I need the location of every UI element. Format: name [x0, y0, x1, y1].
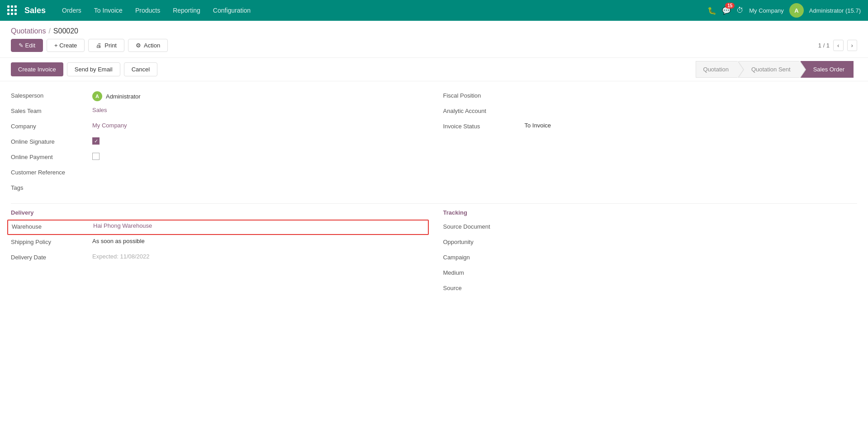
invoice-status-label: Invoice Status	[443, 122, 525, 130]
brand-label[interactable]: Sales	[24, 6, 46, 15]
online-signature-label: Online Signature	[11, 137, 92, 145]
tags-row: Tags	[11, 181, 425, 196]
breadcrumb-current: S00020	[53, 27, 78, 35]
warehouse-row: Warehouse Hai Phong Warehouse	[7, 220, 429, 235]
fiscal-position-row: Fiscal Position	[443, 89, 858, 104]
action-bar-left: ✎ Edit + Create 🖨 Print ⚙ Action	[11, 39, 168, 52]
apps-grid-icon	[7, 5, 17, 15]
tags-label: Tags	[11, 183, 92, 191]
salesperson-row: Salesperson A Administrator	[11, 89, 425, 104]
opportunity-row: Opportunity	[443, 235, 858, 250]
pagination-prev[interactable]: ‹	[833, 40, 843, 51]
nav-right-section: 🐛 💬 15 ⏱ My Company A Administrator (15.…	[707, 3, 861, 18]
warehouse-value[interactable]: Hai Phong Warehouse	[93, 222, 424, 229]
workflow-bar: Create Invoice Send by Email Cancel Quot…	[0, 57, 868, 81]
source-document-label: Source Document	[443, 222, 525, 230]
breadcrumb-separator: /	[48, 27, 50, 35]
nav-to-invoice[interactable]: To Invoice	[89, 4, 128, 17]
source-document-row: Source Document	[443, 220, 858, 235]
pagination-count: 1 / 1	[818, 42, 830, 49]
online-payment-label: Online Payment	[11, 153, 92, 160]
online-payment-checkbox[interactable]	[92, 153, 100, 160]
salesperson-avatar: A	[92, 91, 102, 101]
user-name-label: Administrator (15.7)	[809, 7, 861, 14]
customer-reference-row: Customer Reference	[11, 165, 425, 181]
source-row: Source	[443, 281, 858, 296]
delivery-date-value[interactable]: Expected: 11/08/2022	[92, 253, 425, 260]
create-button[interactable]: + Create	[47, 39, 85, 52]
status-steps: Quotation Quotation Sent Sales Order	[696, 61, 854, 78]
customer-reference-label: Customer Reference	[11, 168, 92, 176]
nav-configuration[interactable]: Configuration	[208, 4, 256, 17]
print-button[interactable]: 🖨 Print	[88, 39, 124, 52]
form-body: Salesperson A Administrator Sales Team S…	[0, 81, 868, 296]
campaign-row: Campaign	[443, 250, 858, 266]
online-signature-row: Online Signature ✓	[11, 135, 425, 150]
delivery-date-label: Delivery Date	[11, 253, 92, 261]
company-row: Company My Company	[11, 119, 425, 135]
shipping-policy-label: Shipping Policy	[11, 238, 92, 245]
company-name-label: My Company	[749, 7, 784, 14]
pagination-next[interactable]: ›	[847, 40, 857, 51]
sales-team-value[interactable]: Sales	[92, 107, 425, 113]
fiscal-position-label: Fiscal Position	[443, 91, 525, 99]
pagination-controls: 1 / 1 ‹ ›	[818, 40, 857, 51]
print-icon: 🖨	[96, 42, 102, 49]
online-signature-checkbox-value: ✓	[92, 137, 425, 145]
warehouse-label: Warehouse	[12, 222, 93, 230]
chat-badge: 15	[725, 3, 735, 9]
bug-icon[interactable]: 🐛	[707, 6, 716, 15]
breadcrumb: Quotations / S00020	[11, 27, 78, 35]
company-value[interactable]: My Company	[92, 122, 425, 129]
action-bar: ✎ Edit + Create 🖨 Print ⚙ Action 1 / 1 ‹…	[0, 39, 868, 57]
campaign-label: Campaign	[443, 253, 525, 261]
nav-orders[interactable]: Orders	[57, 4, 87, 17]
shipping-policy-value: As soon as possible	[92, 238, 425, 244]
online-signature-checkbox[interactable]: ✓	[92, 137, 100, 145]
user-avatar: A	[789, 3, 804, 18]
edit-button[interactable]: ✎ Edit	[11, 39, 43, 52]
tracking-section-title: Tracking	[443, 209, 858, 216]
action-button[interactable]: ⚙ Action	[128, 39, 168, 52]
nav-reporting[interactable]: Reporting	[167, 4, 206, 17]
section-divider-delivery	[11, 203, 857, 204]
shipping-policy-row: Shipping Policy As soon as possible	[11, 235, 425, 250]
tracking-col: Tracking Source Document Opportunity Cam…	[443, 209, 858, 296]
clock-icon[interactable]: ⏱	[736, 6, 744, 14]
medium-label: Medium	[443, 268, 525, 276]
salesperson-label: Salesperson	[11, 91, 92, 99]
delivery-section-title: Delivery	[11, 209, 425, 216]
sales-team-label: Sales Team	[11, 107, 92, 114]
send-by-email-button[interactable]: Send by Email	[67, 62, 120, 76]
top-navigation: Sales Orders To Invoice Products Reporti…	[0, 0, 868, 21]
nav-products[interactable]: Products	[130, 4, 166, 17]
delivery-tracking-section: Delivery Warehouse Hai Phong Warehouse S…	[11, 209, 857, 296]
form-left-col: Salesperson A Administrator Sales Team S…	[11, 89, 425, 196]
sales-team-row: Sales Team Sales	[11, 104, 425, 119]
opportunity-label: Opportunity	[443, 238, 525, 245]
form-right-col: Fiscal Position Analytic Account Invoice…	[443, 89, 858, 196]
step-sales-order[interactable]: Sales Order	[801, 61, 854, 78]
chat-icon[interactable]: 💬 15	[722, 6, 731, 15]
analytic-account-label: Analytic Account	[443, 107, 525, 114]
salesperson-value: A Administrator	[92, 91, 425, 101]
online-payment-row: Online Payment	[11, 150, 425, 165]
step-quotation-sent[interactable]: Quotation Sent	[739, 61, 800, 78]
breadcrumb-bar: Quotations / S00020	[0, 21, 868, 39]
online-payment-checkbox-value	[92, 153, 425, 160]
delivery-date-row: Delivery Date Expected: 11/08/2022	[11, 250, 425, 266]
main-form-section: Salesperson A Administrator Sales Team S…	[11, 89, 857, 196]
step-quotation[interactable]: Quotation	[696, 61, 738, 78]
workflow-actions: Create Invoice Send by Email Cancel	[11, 58, 157, 81]
medium-row: Medium	[443, 266, 858, 281]
main-nav-menu: Orders To Invoice Products Reporting Con…	[57, 4, 707, 17]
gear-icon: ⚙	[136, 42, 141, 49]
invoice-status-value: To Invoice	[525, 122, 858, 129]
breadcrumb-parent[interactable]: Quotations	[11, 27, 46, 35]
create-invoice-button[interactable]: Create Invoice	[11, 62, 63, 76]
cancel-button[interactable]: Cancel	[124, 62, 157, 76]
apps-menu-button[interactable]	[7, 5, 17, 15]
company-label: Company	[11, 122, 92, 130]
invoice-status-row: Invoice Status To Invoice	[443, 119, 858, 135]
analytic-account-row: Analytic Account	[443, 104, 858, 119]
